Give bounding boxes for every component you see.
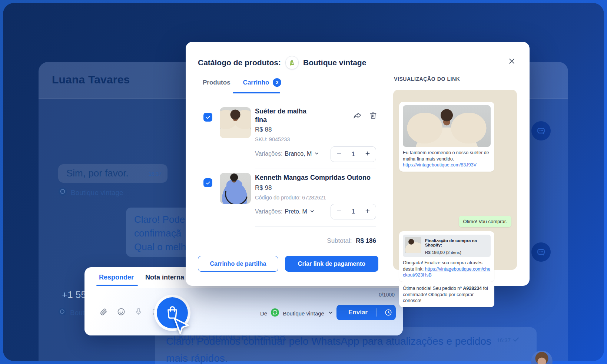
tab-carrinho[interactable]: Carrinho 2 — [243, 78, 282, 87]
product-name: Suéter de malha fina — [255, 107, 311, 124]
product-code: SKU: 9045233 — [255, 136, 290, 142]
store-name: Boutique vintage — [303, 58, 366, 67]
tab-responder[interactable]: Responder — [99, 274, 134, 281]
bottom-message-line-1: Claro! Podemos continuar pelo WhatsApp p… — [166, 335, 491, 347]
product-catalog-modal: Catálogo de produtos: S Boutique vintage… — [186, 42, 530, 286]
preview-product-card: Eu também recomendo o nosso suéter de ma… — [399, 102, 494, 172]
checkout-summary: Finalização de compra na Shopify: R$ 186… — [403, 235, 491, 257]
preview-product-link[interactable]: https://vintageboutique.com/83J93V — [403, 162, 491, 168]
incoming-sender-row: Boutique vintage — [58, 187, 123, 198]
increase-qty-icon[interactable] — [365, 208, 371, 215]
confirmation-message: Ótima notícia! Seu pedido nº A928234 foi… — [403, 285, 491, 304]
share-product-icon[interactable] — [352, 111, 362, 122]
chevron-down-icon — [328, 310, 334, 317]
mouse-cursor — [173, 317, 192, 340]
tab-produtos-label: Produtos — [203, 79, 230, 86]
checkout-thumbnail-image — [405, 237, 421, 253]
preview-checkout-card: Finalização de compra na Shopify: R$ 186… — [399, 231, 494, 282]
subtotal-value: R$ 186 — [356, 237, 376, 244]
preview-reply-bubble: Ótimo! Vou comprar. — [459, 216, 512, 227]
cart-item-checkbox[interactable] — [203, 178, 212, 187]
chatbot-widget-icon[interactable] — [531, 121, 551, 140]
variations-label: Variações: — [255, 208, 282, 215]
quantity-stepper: 1 — [331, 146, 376, 162]
schedule-clock-icon[interactable] — [384, 308, 392, 317]
confirmation-prefix: Ótima notícia! Seu pedido nº — [403, 286, 463, 291]
incoming-sender-label: Boutique vintage — [71, 189, 123, 197]
chatbot-widget-icon[interactable] — [531, 242, 551, 262]
product-image — [220, 173, 251, 204]
link-preview-heading: VISUALIZAÇÃO DO LINK — [394, 76, 460, 82]
product-image — [220, 107, 251, 138]
from-account-selector[interactable]: De Boutique vintage — [260, 308, 334, 318]
send-button-divider — [377, 308, 377, 317]
incoming-message-bubble: Sim, por favor. 16:37 — [58, 164, 167, 183]
tab-nota-interna[interactable]: Nota interna — [145, 274, 184, 281]
product-code: Código do produto: 67282621 — [255, 195, 326, 201]
create-payment-link-button[interactable]: Criar link de pagamento — [285, 256, 378, 272]
svg-text:S: S — [292, 62, 293, 64]
contact-name: Luana Tavares — [52, 73, 130, 86]
emoji-icon[interactable] — [117, 307, 126, 316]
variations-selector[interactable]: Variações: Preto, M — [255, 201, 315, 223]
variations-value: Preto, M — [285, 208, 307, 215]
modal-title: Catálogo de produtos: — [198, 58, 281, 67]
variations-selector[interactable]: Variações: Branco, M — [255, 143, 319, 165]
checkout-amount: R$ 186,00 (2 itens) — [425, 250, 488, 255]
quantity-value: 1 — [352, 208, 355, 215]
tab-produtos[interactable]: Produtos — [203, 79, 230, 86]
whatsapp-icon — [271, 308, 279, 318]
microphone-icon[interactable] — [135, 307, 143, 316]
preview-product-text: Eu também recomendo o nosso suéter de ma… — [403, 150, 491, 162]
cart-count-badge: 2 — [273, 78, 281, 87]
order-number: A928234 — [463, 286, 482, 291]
sender-partial-label: Bout — [70, 309, 84, 317]
tab-responder-underline — [96, 285, 138, 286]
send-button-label: Enviar — [348, 309, 368, 316]
item-divider — [255, 169, 376, 169]
increase-qty-icon[interactable] — [365, 150, 371, 158]
attachment-icon[interactable] — [99, 308, 108, 316]
subtotal-row: Subtotal: R$ 186 — [327, 237, 376, 245]
chevron-down-icon — [309, 208, 315, 215]
product-price: R$ 88 — [255, 126, 272, 133]
whatsapp-icon — [58, 187, 67, 198]
checkout-message: Obrigada! Finalize sua compra através de… — [403, 260, 491, 278]
tab-carrinho-label: Carrinho — [243, 79, 269, 86]
decrease-qty-icon[interactable] — [336, 150, 342, 158]
subtotal-label: Subtotal: — [327, 237, 352, 244]
incoming-message-text: Sim, por favor. — [66, 168, 129, 179]
decrease-qty-icon[interactable] — [336, 208, 342, 215]
bottom-message-line-2: mais rápidos. — [166, 353, 228, 364]
chevron-down-icon — [314, 150, 319, 158]
checkmark-icon — [513, 337, 520, 343]
quantity-stepper: 1 — [331, 204, 376, 219]
product-name: Kenneth Mangas Compridas Outono — [255, 173, 381, 182]
promo-canvas: Luana Tavares Sim, por favor. 16:37 Bout… — [0, 0, 607, 364]
cart-item-checkbox[interactable] — [203, 113, 212, 122]
from-label: De — [260, 310, 267, 317]
variations-label: Variações: — [255, 150, 282, 157]
link-preview-panel: Eu também recomendo o nosso suéter de ma… — [393, 90, 517, 270]
tab-carrinho-underline — [233, 92, 280, 93]
contact-phone-partial: +1 55 — [62, 289, 86, 301]
bottom-message-time: 16:37 — [497, 337, 511, 343]
send-button[interactable]: Enviar — [336, 305, 396, 320]
checkout-title: Finalização de compra na Shopify: — [425, 238, 488, 247]
whatsapp-icon — [58, 308, 66, 318]
quantity-value: 1 — [352, 151, 355, 158]
share-cart-button[interactable]: Carrinho de partilha — [198, 256, 278, 272]
item-divider — [255, 226, 376, 227]
delete-product-icon[interactable] — [369, 111, 378, 122]
bottom-message-meta: 16:37 — [497, 337, 520, 343]
char-counter: 0/1000 — [379, 292, 395, 298]
close-icon[interactable] — [507, 56, 517, 66]
incoming-message-time: 16:37 — [149, 171, 162, 177]
shopify-store-icon: S — [285, 56, 299, 69]
sender-partial-row: Bout — [58, 308, 84, 318]
variations-value: Branco, M — [285, 150, 312, 157]
from-account-name: Boutique vintage — [283, 310, 324, 317]
product-price: R$ 98 — [255, 184, 272, 192]
preview-confirmation-card: Ótima notícia! Seu pedido nº A928234 foi… — [399, 282, 494, 307]
preview-product-image — [403, 105, 491, 147]
